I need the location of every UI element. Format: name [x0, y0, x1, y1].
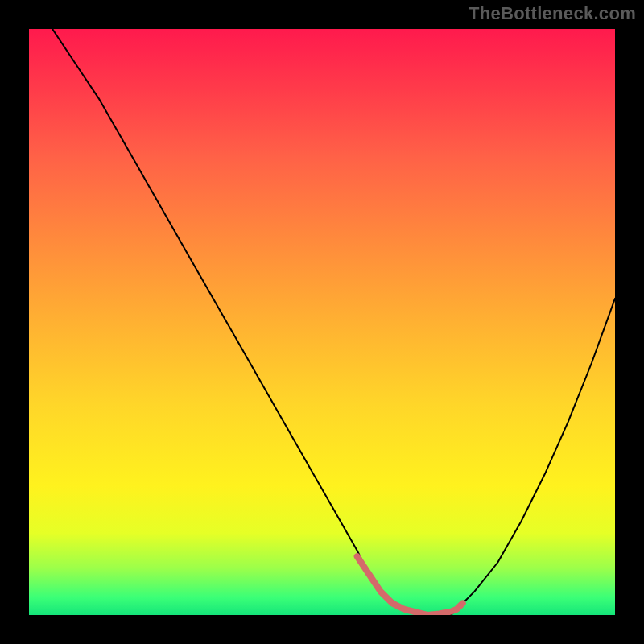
plot-area — [29, 29, 615, 615]
curve-layer — [52, 29, 615, 615]
watermark-text: TheBottleneck.com — [469, 3, 636, 24]
chart-frame: TheBottleneck.com — [0, 0, 644, 644]
series-bottleneck-curve — [52, 29, 615, 615]
chart-svg — [29, 29, 615, 615]
series-optimal-band — [357, 556, 463, 615]
